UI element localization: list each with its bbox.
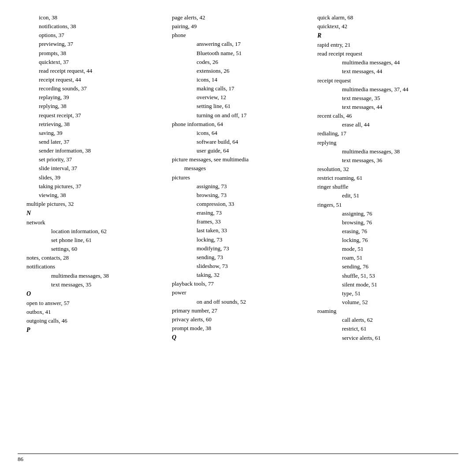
index-entry: quick alarm, 68 bbox=[317, 13, 454, 22]
index-entry: read receipt request, 44 bbox=[26, 67, 163, 75]
index-entry: resolution, 32 bbox=[317, 165, 454, 174]
index-entry: mode, 51 bbox=[317, 245, 454, 253]
index-entry: text messages, 44 bbox=[317, 103, 454, 112]
index-entry: overview, 12 bbox=[172, 93, 309, 102]
index-entry: recent calls, 46 bbox=[317, 112, 454, 120]
index-entry: turning on and off, 17 bbox=[172, 111, 309, 120]
index-entry: multiple pictures, 32 bbox=[26, 200, 163, 208]
index-entry: on and off sounds, 52 bbox=[172, 298, 309, 306]
index-entry: outbox, 41 bbox=[26, 308, 163, 316]
index-entry: open to answer, 57 bbox=[26, 299, 163, 308]
index-entry: call alerts, 62 bbox=[317, 316, 454, 324]
index-entry: text messages, 36 bbox=[317, 156, 454, 165]
index-entry: set priority, 37 bbox=[26, 155, 163, 164]
index-entry: notifications bbox=[26, 262, 163, 271]
index-entry: last taken, 33 bbox=[172, 226, 309, 235]
index-entry: sender information, 38 bbox=[26, 146, 163, 155]
index-entry: text message, 35 bbox=[317, 94, 454, 103]
index-entry: phone information, 64 bbox=[172, 120, 309, 129]
index-entry: replaying, 39 bbox=[26, 93, 163, 102]
index-entry: codes, 26 bbox=[172, 58, 309, 67]
index-entry: setting line, 61 bbox=[172, 102, 309, 111]
index-entry: restrict roaming, 61 bbox=[317, 174, 454, 182]
index-entry: extensions, 26 bbox=[172, 67, 309, 75]
index-entry: modifying, 73 bbox=[172, 244, 309, 253]
index-entry: erasing, 73 bbox=[172, 208, 309, 217]
index-entry: compression, 33 bbox=[172, 200, 309, 208]
index-entry: saving, 39 bbox=[26, 129, 163, 138]
index-entry: silent mode, 51 bbox=[317, 280, 454, 289]
column-col1: icon, 38notifications, 38options, 37prev… bbox=[18, 13, 167, 449]
index-entry: previewing, 37 bbox=[26, 40, 163, 48]
index-entry: Q bbox=[172, 334, 176, 341]
index-entry: edit, 51 bbox=[317, 191, 454, 200]
index-entry: send later, 37 bbox=[26, 138, 163, 146]
index-entry: service alerts, 61 bbox=[317, 334, 454, 342]
index-entry: outgoing calls, 46 bbox=[26, 316, 163, 325]
index-entry: answering calls, 17 bbox=[172, 40, 309, 48]
index-entry: volume, 52 bbox=[317, 298, 454, 307]
index-entry: user guide, 64 bbox=[172, 146, 309, 155]
index-entry: request receipt, 37 bbox=[26, 111, 163, 120]
index-entry: receipt request, 44 bbox=[26, 75, 163, 84]
index-entry: assigning, 73 bbox=[172, 182, 309, 191]
index-entry: icon, 38 bbox=[26, 13, 163, 22]
index-entry: slideshow, 73 bbox=[172, 262, 309, 271]
index-entry: recording sounds, 37 bbox=[26, 84, 163, 93]
index-entry: picture messages, see multimedia bbox=[172, 155, 309, 164]
index-entry: privacy alerts, 60 bbox=[172, 315, 309, 324]
index-entry: text messages, 35 bbox=[26, 280, 163, 289]
index-entry: sending, 73 bbox=[172, 253, 309, 262]
index-entry: options, 37 bbox=[26, 31, 163, 40]
index-entry: multimedia messages, 38 bbox=[317, 147, 454, 156]
index-entry: retrieving, 38 bbox=[26, 120, 163, 129]
index-entry: locking, 73 bbox=[172, 235, 309, 244]
index-entry: primary number, 27 bbox=[172, 306, 309, 315]
index-entry: roam, 51 bbox=[317, 253, 454, 262]
index-entry: rapid entry, 21 bbox=[317, 41, 454, 49]
index-entry: icons, 64 bbox=[172, 129, 309, 138]
index-entry: prompt mode, 38 bbox=[172, 324, 309, 333]
index-entry: sending, 76 bbox=[317, 262, 454, 271]
index-entry: prompts, 38 bbox=[26, 49, 163, 58]
index-entry: pictures bbox=[172, 173, 309, 182]
index-entry: multimedia messages, 38 bbox=[26, 271, 163, 280]
index-entry: playback tools, 77 bbox=[172, 279, 309, 288]
index-entry: software build, 64 bbox=[172, 138, 309, 146]
index-entry: taking, 32 bbox=[172, 271, 309, 279]
index-entry: roaming bbox=[317, 307, 454, 316]
index-entry: replying bbox=[317, 138, 454, 147]
index-entry: location information, 62 bbox=[26, 227, 163, 236]
index-entry: network bbox=[26, 218, 163, 227]
index-entry: set phone line, 61 bbox=[26, 236, 163, 245]
index-entry: browsing, 76 bbox=[317, 218, 454, 227]
index-entry: erase all, 44 bbox=[317, 120, 454, 129]
index-entry: type, 51 bbox=[317, 289, 454, 298]
index-entry: ringer shuffle bbox=[317, 182, 454, 191]
index-entry: R bbox=[317, 32, 321, 39]
index-entry: Bluetooth name, 51 bbox=[172, 49, 309, 58]
index-entry: replying, 38 bbox=[26, 102, 163, 111]
page: icon, 38notifications, 38options, 37prev… bbox=[0, 0, 476, 476]
index-entry: pairing, 49 bbox=[172, 22, 309, 31]
index-entry: receipt request bbox=[317, 76, 454, 85]
index-entry: power bbox=[172, 288, 309, 297]
footer: 86 bbox=[18, 454, 458, 463]
index-entry: viewing, 38 bbox=[26, 191, 163, 200]
index-entry: taking pictures, 37 bbox=[26, 182, 163, 191]
index-entry: text messages, 44 bbox=[317, 67, 454, 76]
column-col2: page alerts, 42pairing, 49phoneanswering… bbox=[167, 13, 313, 449]
index-entry: page alerts, 42 bbox=[172, 13, 309, 22]
index-entry: shuffle, 51, 53 bbox=[317, 271, 454, 280]
index-entry: slides, 39 bbox=[26, 173, 163, 182]
index-entry: settings, 60 bbox=[26, 245, 163, 253]
page-number: 86 bbox=[18, 456, 23, 462]
index-columns: icon, 38notifications, 38options, 37prev… bbox=[18, 13, 458, 449]
index-entry: notes, contacts, 28 bbox=[26, 253, 163, 262]
column-col3: quick alarm, 68quicktext, 42Rrapid entry… bbox=[313, 13, 458, 449]
index-entry: browsing, 73 bbox=[172, 191, 309, 200]
index-entry: notifications, 38 bbox=[26, 22, 163, 31]
index-entry: making calls, 17 bbox=[172, 84, 309, 93]
index-entry: locking, 76 bbox=[317, 236, 454, 245]
index-entry: erasing, 76 bbox=[317, 227, 454, 236]
